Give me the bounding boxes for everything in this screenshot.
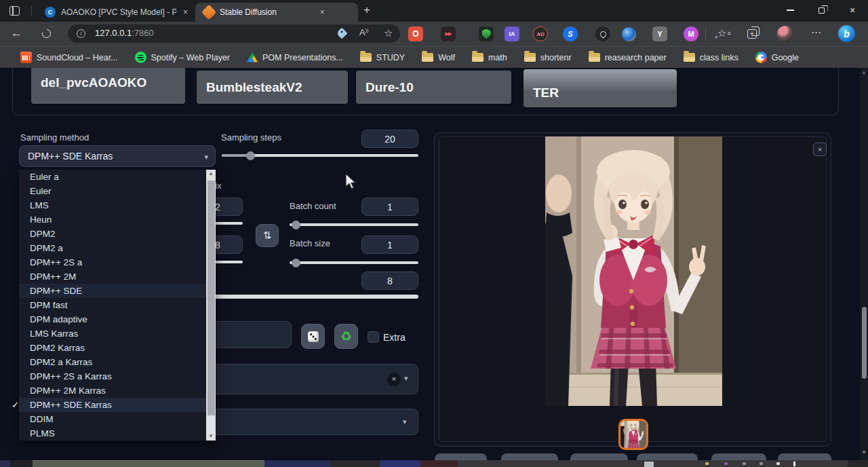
tag-extension-icon[interactable] — [338, 29, 346, 37]
clear-styles-icon[interactable]: × — [387, 373, 401, 386]
reuse-seed-button[interactable]: ♻ — [334, 324, 358, 349]
chevron-down-icon[interactable]: ▾ — [403, 417, 407, 426]
adblock-extension-icon[interactable]: AD — [533, 26, 548, 41]
shazam-extension-icon[interactable]: S — [563, 26, 578, 41]
spotify-icon — [135, 52, 146, 63]
batch-count-slider[interactable] — [290, 223, 418, 226]
page-scrollbar-thumb[interactable] — [862, 307, 867, 379]
tab-stable-diffusion[interactable]: Stable Diffusion × — [195, 3, 358, 22]
sampler-option[interactable]: DPM2 a — [19, 241, 206, 255]
bookmark-google[interactable]: Google — [755, 52, 799, 63]
model-card-bumblesteak[interactable]: BumblesteakV2 — [197, 71, 348, 104]
window-minimize-button[interactable] — [775, 0, 805, 20]
sampler-option[interactable]: DPM adaptive — [19, 312, 206, 326]
sampling-steps-slider-thumb[interactable] — [246, 151, 255, 160]
sampler-option[interactable]: Euler — [19, 184, 206, 198]
window-restore-button[interactable] — [806, 0, 836, 20]
sampler-options-list: Euler a Euler LMS Heun DPM2 DPM2 a DPM++… — [19, 170, 216, 441]
sampler-option[interactable]: DPM fast — [19, 298, 206, 312]
extra-checkbox[interactable] — [368, 331, 379, 343]
sphere-extension-icon[interactable] — [621, 26, 636, 41]
sampling-steps-value[interactable]: 20 — [361, 130, 418, 148]
dice-icon — [308, 331, 319, 342]
refresh-button[interactable] — [42, 29, 51, 38]
y-extension-icon[interactable]: Y — [652, 26, 667, 41]
onetab-extension-icon[interactable]: O — [408, 26, 423, 41]
model-card-ter[interactable]: TER — [524, 69, 677, 107]
bookmark-research-paper[interactable]: reasearch paper — [589, 53, 667, 62]
bookmark-spotify[interactable]: Spotify – Web Player — [135, 52, 231, 63]
close-image-button[interactable]: × — [813, 143, 827, 156]
drive-icon — [247, 53, 258, 62]
tab-title: AOAOKO [PVC Style Model] - PV — [61, 7, 176, 17]
model-card-dure10[interactable]: Dure-10 — [356, 71, 511, 104]
tab-aoaoko[interactable]: C AOAOKO [PVC Style Model] - PV × — [37, 3, 195, 22]
address-bar[interactable]: i 127.0.0.1:7860 A)) ☆ — [68, 24, 400, 43]
shield-extension-icon[interactable] — [479, 26, 494, 41]
dropdown-scrollbar-thumb[interactable] — [208, 181, 215, 415]
back-button[interactable]: ← — [11, 26, 22, 40]
batch-count-slider-thumb[interactable] — [292, 221, 300, 229]
model-card-del-pvcaoaoko[interactable]: aoaokoPvcStyleMo del_pvcAOAOKO — [31, 68, 185, 104]
sampler-option[interactable]: DPM++ 2S a — [19, 255, 206, 269]
scroll-up-icon[interactable]: ▲ — [206, 170, 216, 178]
sampler-option[interactable]: DPM2 a Karras — [19, 355, 206, 369]
sampler-option[interactable]: DPM++ 2M Karras — [19, 384, 206, 398]
pin-extension-icon[interactable] — [595, 26, 610, 41]
chevron-down-icon[interactable]: ▾ — [404, 374, 408, 383]
sampler-option-selected[interactable]: ✓DPM++ SDE Karras — [19, 398, 206, 412]
sampler-option[interactable]: DPM++ SDE — [19, 284, 206, 298]
new-tab-button[interactable]: + — [363, 3, 370, 17]
batch-size-slider-thumb[interactable] — [292, 259, 300, 267]
collections-icon[interactable] — [747, 29, 757, 39]
cfg-scale-value[interactable]: 8 — [361, 272, 418, 290]
tab-close-icon[interactable]: × — [183, 7, 188, 17]
swap-dimensions-button[interactable]: ⇅ — [256, 224, 279, 247]
tab-actions-icon[interactable] — [9, 6, 20, 16]
favorites-hub-icon[interactable]: ☆≡ — [717, 27, 731, 39]
dropdown-scrollbar[interactable]: ▲ ▼ — [206, 170, 216, 441]
bookmark-wolf[interactable]: Wolf — [422, 53, 455, 62]
bookmark-study[interactable]: STUDY — [360, 53, 405, 62]
scroll-down-icon[interactable]: ▼ — [861, 449, 867, 455]
gradio-favicon — [201, 5, 217, 20]
taskbar-sliver — [0, 460, 868, 467]
gallery-thumbnail[interactable] — [618, 419, 648, 450]
batch-count-value[interactable]: 1 — [361, 198, 418, 216]
sampler-option[interactable]: LMS Karras — [19, 326, 206, 341]
bing-chat-icon[interactable]: b — [838, 25, 855, 42]
scroll-down-icon[interactable]: ▼ — [206, 432, 216, 441]
window-close-button[interactable]: × — [837, 0, 867, 20]
settings-menu-icon[interactable]: ⋯ — [811, 26, 821, 39]
sampler-option[interactable]: Heun — [19, 212, 206, 227]
sampler-option[interactable]: PLMS — [19, 426, 206, 441]
sampler-option[interactable]: DPM++ 2M — [19, 269, 206, 284]
bookmark-class-links[interactable]: class links — [684, 53, 738, 62]
sampler-option[interactable]: DPM2 — [19, 227, 206, 241]
read-aloud-icon[interactable]: A)) — [359, 27, 368, 37]
folder-icon — [589, 53, 600, 62]
generated-image[interactable] — [545, 136, 722, 406]
folder-icon — [422, 53, 433, 62]
batch-size-value[interactable]: 1 — [361, 236, 418, 254]
profile-avatar[interactable] — [777, 26, 793, 42]
batch-size-slider[interactable] — [290, 261, 418, 264]
sampler-option[interactable]: Euler a — [19, 170, 206, 184]
sampler-option[interactable]: DDIM — [19, 412, 206, 426]
bookmark-soundcloud[interactable]: SoundCloud – Hear... — [20, 52, 118, 63]
site-info-icon[interactable]: i — [77, 29, 85, 38]
ia-extension-icon[interactable]: IA — [505, 26, 519, 41]
monica-extension-icon[interactable]: M — [684, 26, 698, 41]
sampler-option[interactable]: DPM++ 2S a Karras — [19, 369, 206, 384]
sampling-method-select[interactable]: DPM++ SDE Karras ▾ — [19, 145, 216, 167]
bookmark-shortenr[interactable]: shortenr — [524, 53, 572, 62]
page-scrollbar[interactable]: ▲ ▼ — [860, 68, 868, 460]
random-seed-button[interactable] — [301, 324, 325, 349]
sampler-option[interactable]: LMS — [19, 198, 206, 212]
tab-close-icon[interactable]: × — [320, 7, 325, 17]
video-speed-extension-icon[interactable]: ▶▶ — [441, 26, 456, 41]
bookmark-math[interactable]: math — [472, 53, 507, 62]
scroll-up-icon[interactable]: ▲ — [861, 69, 867, 75]
bookmark-pom[interactable]: POM Presentations... — [247, 53, 343, 62]
sampler-option[interactable]: DPM2 Karras — [19, 341, 206, 355]
